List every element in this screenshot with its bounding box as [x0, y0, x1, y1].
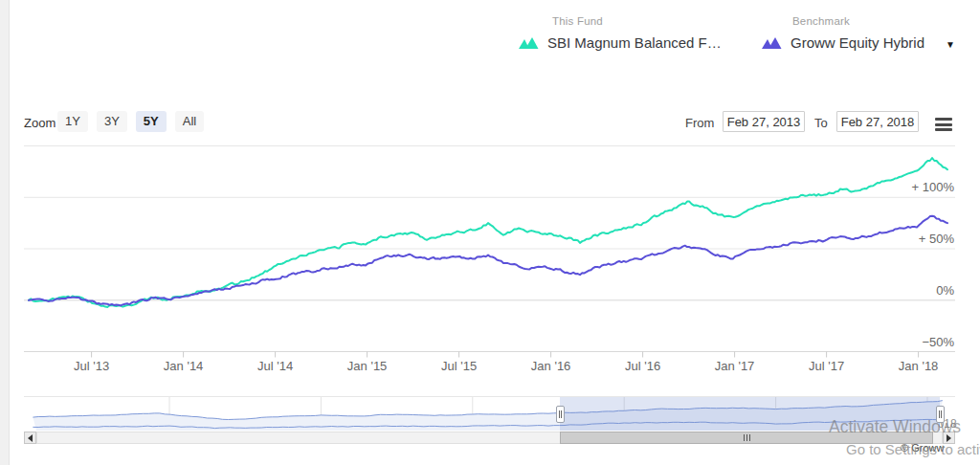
- activate-windows-watermark: Activate Windows: [829, 417, 961, 437]
- navigator-mini-chart: 200820102012201420162018: [0, 0, 980, 465]
- activate-windows-watermark-line2: Go to Settings to activat: [846, 441, 980, 457]
- fund-comparison-chart-screen: This Fund SBI Magnum Balanced F… Benchma…: [0, 0, 980, 465]
- navigator-left-handle[interactable]: [556, 406, 565, 423]
- scrollbar-left-arrow[interactable]: [24, 432, 36, 444]
